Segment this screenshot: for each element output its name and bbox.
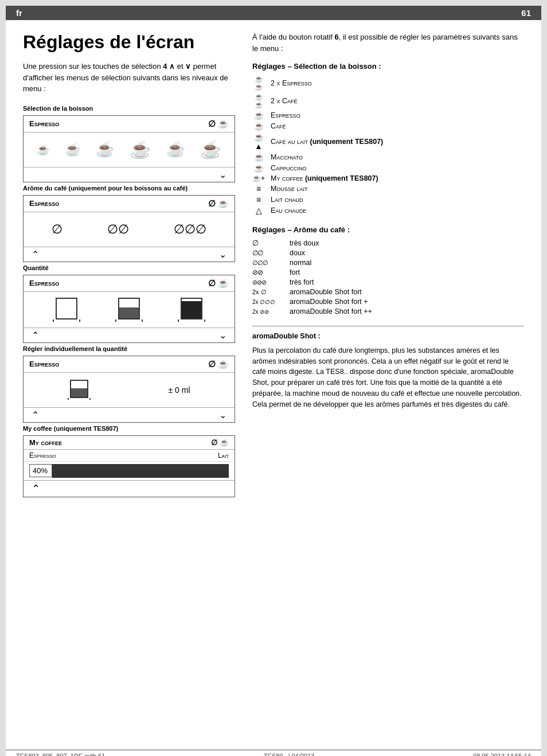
boisson-text-3: Espresso bbox=[271, 111, 300, 119]
right-column: À l'aide du bouton rotatif 6, il est pos… bbox=[252, 32, 524, 744]
screen-mycoffee: My coffee ∅ ☕ Espresso Lait 40% ⌃ bbox=[23, 435, 235, 497]
arrow-up-icon2: ⌃ bbox=[32, 330, 39, 341]
arrow-down-icon2: ⌄ bbox=[219, 249, 226, 260]
eau-chaude-icon: △ bbox=[252, 206, 265, 215]
list-item: ☕▲ Café au lait (uniquement TES807) bbox=[252, 133, 524, 151]
cup-icon2: ☕ bbox=[218, 198, 229, 209]
list-item: ∅∅∅ normal bbox=[252, 259, 524, 267]
list-item: ≡ Mousse lait bbox=[252, 184, 524, 193]
cup-base-half bbox=[115, 319, 143, 322]
boisson-text-6: Macchiato bbox=[271, 153, 303, 161]
qty-empty bbox=[53, 298, 80, 322]
edit-icon2: ∅ bbox=[208, 198, 216, 209]
list-item: ⊘⊘⊘ très fort bbox=[252, 278, 524, 286]
section3-title: Quantité bbox=[23, 264, 235, 271]
boisson-text-10: Lait chaud bbox=[271, 196, 303, 204]
list-item: ☕ Macchiato bbox=[252, 153, 524, 162]
boisson-section-title: Réglages – Sélection de la boisson : bbox=[252, 62, 524, 71]
cup-base-empty bbox=[53, 319, 80, 322]
page-number: 61 bbox=[521, 8, 531, 18]
screen-arome-icons: ∅ ☕ bbox=[208, 198, 229, 209]
arome-text-4: fort bbox=[290, 268, 300, 276]
ind-cup-fill bbox=[71, 388, 87, 397]
ind-cup bbox=[70, 380, 88, 398]
screen-individual-icons: ∅ ☕ bbox=[208, 359, 229, 369]
cup2: ☕ bbox=[65, 142, 80, 157]
arome-text-3: normal bbox=[290, 259, 311, 267]
list-item: ☕☕ 2 x Espresso bbox=[252, 75, 524, 91]
cup-icon: ☕ bbox=[218, 119, 229, 129]
list-item: ∅ très doux bbox=[252, 239, 524, 247]
arome-desc-title: aromaDouble Shot : bbox=[252, 332, 321, 340]
list-item: ⊘⊘ fort bbox=[252, 268, 524, 276]
cup3: ☕ bbox=[96, 141, 114, 158]
macchiato-icon: ☕ bbox=[252, 153, 265, 162]
list-item: 2x ∅∅∅ aromaDouble Shot fort + bbox=[252, 298, 524, 306]
top-bar: fr 61 bbox=[6, 6, 541, 20]
mycoffee-lait-label: Lait bbox=[218, 451, 229, 459]
screen-boisson-label: Espresso bbox=[29, 119, 59, 128]
bottom-model: TES80.. | 04/2013 bbox=[264, 753, 314, 756]
screen-individual-label: Espresso bbox=[29, 360, 59, 368]
screen-individual-footer: ⌃ ⌄ bbox=[24, 407, 235, 422]
screen-qty-footer: ⌃ ⌄ bbox=[24, 328, 235, 342]
arrow-up-icon3: ⌃ bbox=[32, 410, 39, 420]
arome-text-5: très fort bbox=[290, 278, 314, 286]
screen-individual-header: Espresso ∅ ☕ bbox=[24, 356, 235, 373]
content-area: Réglages de l'écran Une pression sur les… bbox=[6, 20, 541, 750]
arrow-down-icon: ⌄ bbox=[219, 169, 226, 180]
cup6: ☕ bbox=[200, 139, 221, 159]
arome-text-6: aromaDouble Shot fort bbox=[290, 288, 362, 296]
screen-qty-body bbox=[24, 292, 235, 328]
list-item: ≡ Lait chaud bbox=[252, 195, 524, 204]
list-item: ☕+ My coffee (uniquement TES807) bbox=[252, 174, 524, 182]
qty-cup-full bbox=[181, 298, 202, 319]
mycoffee-footer: ⌃ bbox=[24, 480, 235, 497]
bottom-left: TES803_805_807_1DE.indb 61 bbox=[16, 753, 105, 756]
arrow-down-icon4: ⌄ bbox=[219, 410, 226, 420]
arome-list: ∅ très doux ∅∅ doux ∅∅∅ normal ⊘⊘ fort ⊘… bbox=[252, 239, 524, 315]
cup-icon3: ☕ bbox=[218, 278, 229, 289]
screen-boisson-footer: ⌄ bbox=[24, 167, 235, 182]
qty-full bbox=[178, 298, 205, 322]
cappuccino-icon: ☕ bbox=[252, 163, 265, 173]
espresso-icon: ☕ bbox=[252, 111, 265, 120]
fill-full bbox=[182, 301, 201, 318]
screen-arome-header: Espresso ∅ ☕ bbox=[24, 196, 235, 212]
bottom-right: 08.05.2013 14:55:14 bbox=[473, 753, 531, 756]
arome-icon-4: ⊘⊘ bbox=[252, 268, 284, 276]
cafe-au-lait-icon: ☕▲ bbox=[252, 133, 265, 151]
screen-arome-body: ∅ ∅∅ ∅∅∅ bbox=[24, 212, 235, 247]
bottom-bar: TES803_805_807_1DE.indb 61 TES80.. | 04/… bbox=[6, 750, 541, 756]
arome-section-title: Réglages – Arôme du café : bbox=[252, 225, 524, 234]
section5-title: My coffee (uniquement TES807) bbox=[23, 425, 235, 432]
arome-text-8: aromaDouble Shot fort ++ bbox=[290, 307, 372, 315]
cup5: ☕ bbox=[166, 141, 185, 158]
ml-label: ± 0 ml bbox=[168, 385, 190, 395]
edit-icon4: ∅ bbox=[208, 359, 216, 369]
boisson-text-8: My coffee (uniquement TES807) bbox=[271, 174, 378, 182]
section4-title: Régler individuellement la quantité bbox=[23, 345, 235, 352]
qty-cup-empty bbox=[56, 298, 77, 319]
mycoffee-bar-row: 40% bbox=[24, 462, 235, 480]
boisson-text-2: 2 x Café bbox=[271, 97, 297, 105]
arome-icon-3: ∅∅∅ bbox=[252, 259, 284, 267]
2xcafe-icon: ☕☕ bbox=[252, 93, 265, 109]
boisson-text-7: Cappuccino bbox=[271, 164, 307, 172]
cup-icon4: ☕ bbox=[218, 359, 229, 369]
arrow-up-icon4: ⌃ bbox=[32, 482, 40, 495]
intro-text: Une pression sur les touches de sélectio… bbox=[23, 61, 235, 95]
arome-icon-1: ∅ bbox=[252, 239, 284, 247]
list-item: ☕ Cappuccino bbox=[252, 163, 524, 173]
screen-boisson-header: Espresso ∅ ☕ bbox=[24, 116, 235, 133]
arome-icon-6: 2x ∅ bbox=[252, 289, 284, 296]
ind-cup-wrap bbox=[68, 380, 91, 400]
mousse-icon: ≡ bbox=[252, 184, 265, 193]
right-intro: À l'aide du bouton rotatif 6, il est pos… bbox=[252, 32, 524, 54]
arome-text-2: doux bbox=[290, 249, 305, 257]
boisson-text-5: Café au lait (uniquement TES807) bbox=[271, 138, 383, 146]
divider bbox=[252, 326, 524, 326]
screen-individual: Espresso ∅ ☕ ± 0 ml ⌃ bbox=[23, 356, 235, 423]
screen-arome-footer: ⌃ ⌄ bbox=[24, 247, 235, 262]
cup4: ☕ bbox=[130, 139, 151, 159]
